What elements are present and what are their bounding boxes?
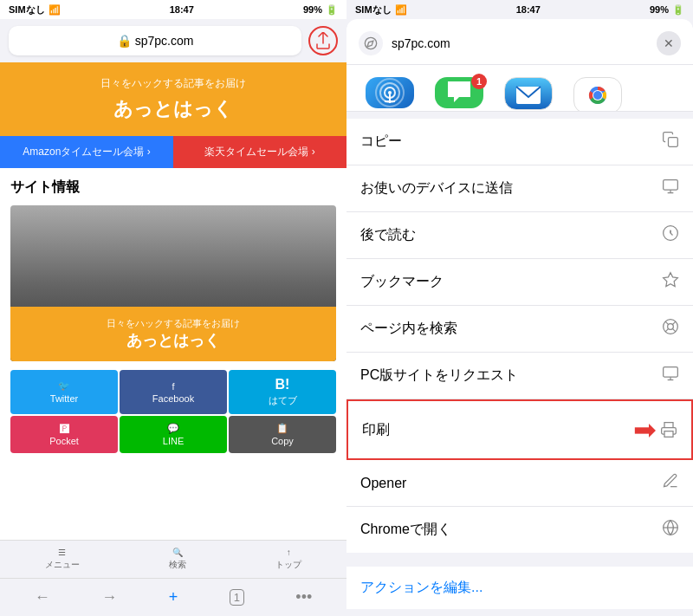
app-item-mail[interactable]: メール [494,77,563,99]
chrome-icon [573,77,622,112]
hero-banner: 日々をハックする記事をお届け あっとはっく [0,62,346,136]
site-preview: 日々をハックする記事をお届け あっとはっく [10,205,336,361]
share-button[interactable] [308,26,338,55]
url-text: sp7pc.com [135,34,194,48]
carrier-left: SIMなし [9,3,45,16]
left-panel: SIMなし 📶 18:47 99% 🔋 🔒 sp7pc.com 日々をハックする… [0,0,346,616]
pc-request-icon [662,365,679,386]
svg-line-22 [665,321,669,325]
app-item-chrome[interactable]: Chrome [563,77,632,99]
tabs-button[interactable]: 1 [230,589,244,606]
wifi-icon-right: 📶 [395,4,407,16]
battery-right: 99% [650,4,669,15]
edit-actions-label: アクションを編集... [360,580,483,594]
menu-icon: ☰ [58,548,66,557]
twitter-label: Twitter [50,393,78,404]
svg-point-11 [593,91,602,100]
bookmark-icon [662,271,679,293]
svg-marker-19 [664,273,678,287]
app-item-messages[interactable]: 1 メッセージ [424,77,494,99]
hero-title: あっとはっく [14,96,333,122]
action-opener[interactable]: Opener [346,460,693,507]
browser-content: 日々をハックする記事をお届け あっとはっく Amazonタイムセール会場 › 楽… [0,62,346,540]
action-pc-request[interactable]: PC版サイトをリクエスト [346,353,693,399]
action-copy[interactable]: コピー [346,119,693,165]
action-send-device[interactable]: お使いのデバイスに送信 [346,165,693,212]
line-label: LINE [163,436,184,446]
app-row: AirDrop 1 メッセージ [346,65,693,112]
copy-icon: 📋 [276,423,288,434]
svg-line-23 [672,328,676,332]
status-bar-left: SIMなし 📶 18:47 99% 🔋 [0,0,346,19]
social-buttons-row1: 🐦 Twitter f Facebook B! はてブ [10,370,336,414]
svg-rect-13 [664,180,678,191]
preview-subtitle: 日々をハックする記事をお届け [21,317,326,330]
facebook-icon: f [172,381,174,392]
svg-line-24 [672,321,676,325]
chrome-open-icon [662,519,679,541]
nav-top[interactable]: ↑ トップ [275,548,301,571]
site-info-title: サイト情報 [10,178,336,197]
search-icon: 🔍 [172,548,183,557]
svg-point-4 [388,91,392,94]
carrier-right: SIMなし [355,3,392,16]
lock-icon: 🔒 [117,34,132,48]
share-sheet: sp7pc.com ✕ AirDrop [346,19,693,616]
action-read-later[interactable]: 後で読む [346,212,693,259]
svg-rect-29 [664,431,673,438]
pocket-icon: 🅿 [60,424,69,434]
action-bookmark[interactable]: ブックマーク [346,259,693,306]
pocket-btn[interactable]: 🅿 Pocket [10,416,118,453]
back-button[interactable]: ← [35,588,50,606]
app-item-airdrop[interactable]: AirDrop [355,77,424,99]
edit-actions-section[interactable]: アクションを編集... [346,567,693,609]
url-bar[interactable]: 🔒 sp7pc.com [9,26,301,55]
copy-social-btn[interactable]: 📋 Copy [229,416,336,453]
nav-search[interactable]: 🔍 検索 [169,548,186,571]
menu-label: メニュー [45,559,80,571]
svg-rect-12 [669,138,678,147]
more-button[interactable]: ••• [295,588,312,606]
action-page-search[interactable]: ページ内を検索 [346,306,693,353]
hatena-label: はてブ [269,394,297,407]
search-label: 検索 [169,559,186,571]
status-bar-right: SIMなし 📶 18:47 99% 🔋 [346,0,693,19]
page-search-icon [662,318,679,340]
add-button[interactable]: + [169,588,178,606]
opener-icon [662,472,679,494]
top-label: トップ [275,559,301,571]
battery-left: 99% [303,4,322,15]
svg-point-21 [668,324,674,330]
promo-buttons: Amazonタイムセール会場 › 楽天タイムセール会場 › [0,136,346,168]
right-panel: SIMなし 📶 18:47 99% 🔋 sp7pc.com ✕ [346,0,693,616]
close-icon: ✕ [664,36,674,50]
share-close-button[interactable]: ✕ [657,31,681,55]
line-icon: 💬 [167,423,179,434]
battery-icon-right: 🔋 [672,4,684,16]
pocket-label: Pocket [49,436,79,446]
bottom-toolbar: ← → + 1 ••• [0,578,346,616]
preview-overlay: 日々をハックする記事をお届け あっとはっく [10,307,336,361]
bottom-nav: ☰ メニュー 🔍 検索 ↑ トップ [0,540,346,578]
action-chrome-open[interactable]: Chromeで開く [346,507,693,553]
facebook-label: Facebook [152,393,194,404]
red-arrow-icon: ➡ [633,413,657,446]
forward-button[interactable]: → [101,588,117,606]
action-print[interactable]: 印刷 ➡ [346,399,693,460]
wifi-icon-left: 📶 [49,4,61,16]
copy-action-icon [662,131,679,152]
messages-icon: 1 [435,77,483,108]
nav-menu[interactable]: ☰ メニュー [45,548,80,571]
hatena-btn[interactable]: B! はてブ [229,370,336,414]
facebook-btn[interactable]: f Facebook [120,370,227,414]
share-url: sp7pc.com [392,36,648,50]
airdrop-icon [366,77,414,108]
svg-line-25 [665,328,669,332]
mail-icon [504,77,553,110]
share-header-compass-icon [359,31,383,55]
line-btn[interactable]: 💬 LINE [120,416,227,453]
twitter-btn[interactable]: 🐦 Twitter [10,370,118,414]
amazon-btn[interactable]: Amazonタイムセール会場 › [0,136,173,168]
rakuten-btn[interactable]: 楽天タイムセール会場 › [173,136,346,168]
battery-icon-left: 🔋 [326,4,338,16]
